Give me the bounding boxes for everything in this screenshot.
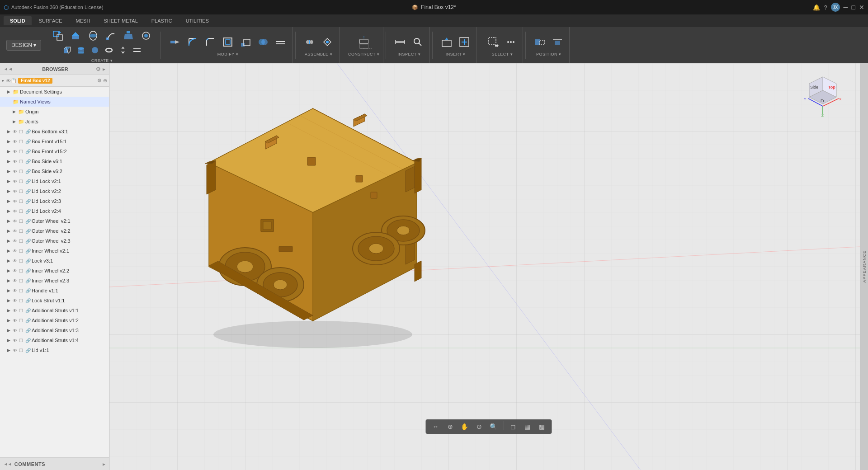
- tab-solid[interactable]: SOLID: [4, 16, 32, 25]
- visibility-icon[interactable]: 👁: [13, 189, 19, 194]
- tab-mesh[interactable]: MESH: [70, 16, 97, 25]
- create-move-btn[interactable]: [117, 44, 129, 56]
- visibility-icon[interactable]: 👁: [13, 338, 19, 343]
- visibility-icon[interactable]: 👁: [13, 159, 19, 164]
- tree-item-lid-lock-4[interactable]: ▶ 👁 ☐ 🔗 Lid Lock v2:4: [0, 206, 109, 216]
- minimize-button[interactable]: ─: [844, 4, 848, 11]
- tab-plastic[interactable]: PLASTIC: [145, 16, 179, 25]
- check-icon[interactable]: ☐: [19, 179, 25, 184]
- modify-combine-btn[interactable]: [255, 34, 271, 50]
- visibility-icon[interactable]: 👁: [13, 318, 19, 323]
- tree-item-lid[interactable]: ▶ 👁 ☐ 🔗 Lid v1:1: [0, 345, 109, 355]
- check-icon[interactable]: ☐: [19, 189, 25, 194]
- visibility-icon[interactable]: 👁: [13, 129, 19, 134]
- tree-item-add-struts-1[interactable]: ▶ 👁 ☐ 🔗 Additional Struts v1:1: [0, 306, 109, 315]
- modify-fillet-btn[interactable]: [184, 34, 201, 50]
- check-icon[interactable]: ☐: [19, 278, 25, 283]
- assemble-joint-btn[interactable]: [302, 34, 318, 50]
- right-appearance-strip[interactable]: APPEARANCE: [860, 63, 868, 470]
- create-box-btn[interactable]: [61, 44, 73, 56]
- create-cylinder-btn[interactable]: [75, 44, 87, 56]
- visibility-icon[interactable]: 👁: [13, 268, 19, 273]
- check-icon[interactable]: ☐: [19, 209, 25, 214]
- visibility-icon[interactable]: 👁: [13, 229, 19, 234]
- insert-decal-btn[interactable]: [439, 34, 455, 50]
- viewport-tool-zoom[interactable]: 🔍: [487, 421, 500, 432]
- visibility-icon[interactable]: 👁: [13, 328, 19, 333]
- wooden-box[interactable]: [182, 90, 444, 362]
- check-icon[interactable]: ☐: [19, 258, 25, 263]
- viewport-tool-shaded[interactable]: ▦: [521, 421, 534, 432]
- check-icon[interactable]: ☐: [19, 249, 25, 254]
- browser-root[interactable]: ▾ 👁 📋 Final Box v12 ⚙ ⊕: [0, 75, 109, 87]
- tree-item-box-side-2[interactable]: ▶ 👁 ☐ 🔗 Box Side v6:2: [0, 166, 109, 176]
- create-extrude-btn[interactable]: [67, 28, 84, 44]
- help-icon[interactable]: ?: [824, 4, 827, 11]
- comments-expand-icon[interactable]: ▸: [103, 461, 105, 467]
- create-sweep-btn[interactable]: [103, 28, 119, 44]
- visibility-icon[interactable]: 👁: [13, 209, 19, 214]
- check-icon[interactable]: ☐: [19, 199, 25, 204]
- check-icon[interactable]: ☐: [19, 169, 25, 174]
- modify-shell-btn[interactable]: [220, 34, 236, 50]
- check-icon[interactable]: ☐: [19, 288, 25, 293]
- visibility-icon[interactable]: 👁: [13, 298, 19, 303]
- tree-item-origin[interactable]: ▶ 📁 Origin: [0, 107, 109, 117]
- tree-item-box-front-2[interactable]: ▶ 👁 ☐ 🔗 Box Front v15:2: [0, 146, 109, 156]
- check-icon[interactable]: ☐: [19, 219, 25, 224]
- viewport-tool-display[interactable]: ▩: [536, 421, 548, 432]
- tree-item-lid-lock-3[interactable]: ▶ 👁 ☐ 🔗 Lid Lock v2:3: [0, 196, 109, 206]
- create-new-component-btn[interactable]: [50, 28, 66, 44]
- tree-item-add-struts-4[interactable]: ▶ 👁 ☐ 🔗 Additional Struts v1:4: [0, 335, 109, 345]
- tree-item-add-struts-2[interactable]: ▶ 👁 ☐ 🔗 Additional Struts v1:2: [0, 315, 109, 325]
- create-torus-btn[interactable]: [103, 44, 115, 56]
- viewport-tool-wireframe[interactable]: ◻: [507, 421, 519, 432]
- check-icon[interactable]: ☐: [19, 229, 25, 234]
- check-icon[interactable]: ☐: [19, 308, 25, 313]
- select-box-btn[interactable]: [485, 34, 501, 50]
- tree-item-joints[interactable]: ▶ 📁 Joints: [0, 117, 109, 127]
- check-icon[interactable]: ☐: [19, 318, 25, 323]
- modify-press-pull-btn[interactable]: [167, 34, 183, 50]
- tree-item-inner-wheel-2[interactable]: ▶ 👁 ☐ 🔗 Inner Wheel v2:2: [0, 266, 109, 276]
- check-icon[interactable]: ☐: [19, 298, 25, 303]
- assemble-more-btn[interactable]: [319, 34, 335, 50]
- check-icon[interactable]: ☐: [19, 129, 25, 134]
- create-sphere-btn[interactable]: [89, 44, 101, 56]
- modify-more-btn[interactable]: [273, 34, 289, 50]
- modify-scale-btn[interactable]: [237, 34, 254, 50]
- viewport-tool-pan[interactable]: ⊕: [444, 421, 457, 432]
- tree-item-add-struts-3[interactable]: ▶ 👁 ☐ 🔗 Additional Struts v1:3: [0, 325, 109, 335]
- create-more-btn[interactable]: [131, 44, 143, 56]
- modify-chamfer-btn[interactable]: [202, 34, 218, 50]
- browser-settings-icon[interactable]: ⚙: [96, 66, 101, 72]
- viewport-tool-orbit[interactable]: ✋: [458, 421, 471, 432]
- close-button[interactable]: ✕: [859, 4, 864, 11]
- construct-offset-plane-btn[interactable]: CONSTRUCT: [356, 34, 372, 50]
- design-dropdown[interactable]: DESIGN ▾: [6, 40, 41, 51]
- visibility-icon[interactable]: 👁: [13, 258, 19, 263]
- visibility-icon[interactable]: 👁: [13, 169, 19, 174]
- visibility-icon[interactable]: 👁: [13, 239, 19, 244]
- tree-item-inner-wheel-3[interactable]: ▶ 👁 ☐ 🔗 Inner Wheel v2:3: [0, 276, 109, 286]
- check-icon[interactable]: ☐: [19, 139, 25, 144]
- tree-item-handle[interactable]: ▶ 👁 ☐ 🔗 Handle v1:1: [0, 286, 109, 296]
- tree-item-named-views[interactable]: 📁 Named Views: [0, 97, 109, 107]
- visibility-icon[interactable]: 👁: [13, 139, 19, 144]
- create-revolve-btn[interactable]: [85, 28, 101, 44]
- comments-collapse-icon[interactable]: ◄◄: [4, 462, 12, 466]
- check-icon[interactable]: ☐: [19, 338, 25, 343]
- restore-button[interactable]: □: [852, 4, 855, 11]
- browser-expand-icon[interactable]: ▸: [103, 66, 105, 72]
- visibility-icon[interactable]: 👁: [13, 199, 19, 204]
- visibility-icon[interactable]: 👁: [13, 149, 19, 154]
- visibility-icon[interactable]: 👁: [13, 348, 19, 353]
- tree-item-lock[interactable]: ▶ 👁 ☐ 🔗 Lock v3:1: [0, 256, 109, 266]
- tab-sheet-metal[interactable]: SHEET METAL: [97, 16, 144, 25]
- check-icon[interactable]: ☐: [19, 159, 25, 164]
- tree-item-outer-wheel-1[interactable]: ▶ 👁 ☐ 🔗 Outer Wheel v2:1: [0, 216, 109, 226]
- tree-item-box-side-1[interactable]: ▶ 👁 ☐ 🔗 Box Side v6:1: [0, 156, 109, 166]
- visibility-icon[interactable]: 👁: [13, 249, 19, 254]
- select-more-btn[interactable]: [503, 34, 519, 50]
- viewport[interactable]: Top Side Fr X Z Y ↔ ⊕ ✋ ⊙ 🔍 ◻ ▦ ▩: [109, 63, 868, 470]
